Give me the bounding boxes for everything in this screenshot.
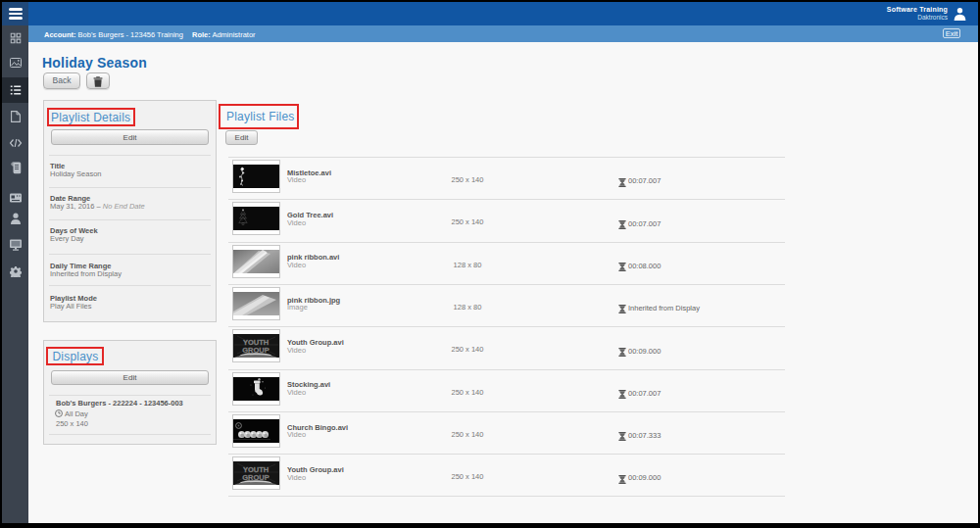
svg-text:GROUP: GROUP (242, 346, 270, 355)
svg-text:GROUP: GROUP (242, 473, 270, 482)
